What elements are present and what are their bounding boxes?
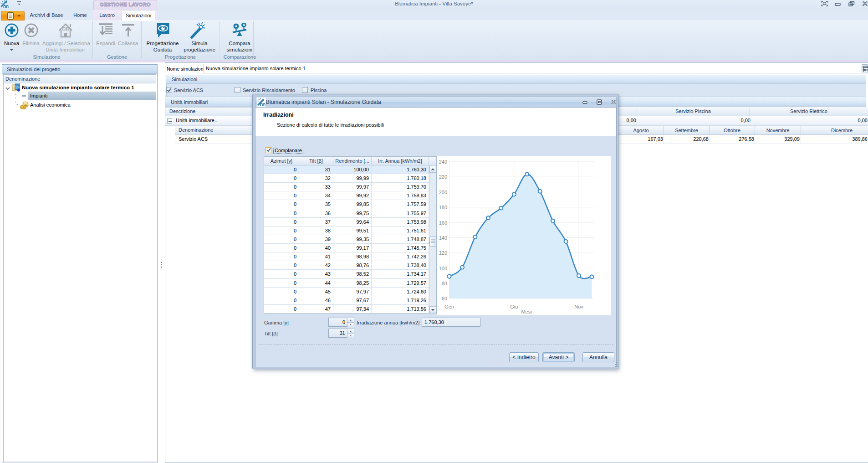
- svg-text:100: 100: [439, 266, 447, 271]
- svg-text:60: 60: [442, 296, 447, 301]
- svg-text:200: 200: [439, 190, 447, 195]
- svg-text:Gen: Gen: [444, 304, 454, 309]
- svg-text:Mesi: Mesi: [521, 309, 531, 314]
- svg-text:B: B: [243, 23, 245, 26]
- svg-text:Nov: Nov: [574, 304, 583, 309]
- svg-text:140: 140: [439, 235, 447, 241]
- svg-text:220: 220: [439, 174, 447, 180]
- svg-text:180: 180: [439, 205, 447, 210]
- svg-text:240: 240: [439, 159, 447, 165]
- svg-text:120: 120: [439, 250, 447, 256]
- svg-text:160: 160: [439, 220, 447, 226]
- svg-text:A: A: [235, 24, 238, 28]
- svg-text:80: 80: [442, 281, 447, 286]
- svg-text:Giu: Giu: [510, 304, 518, 309]
